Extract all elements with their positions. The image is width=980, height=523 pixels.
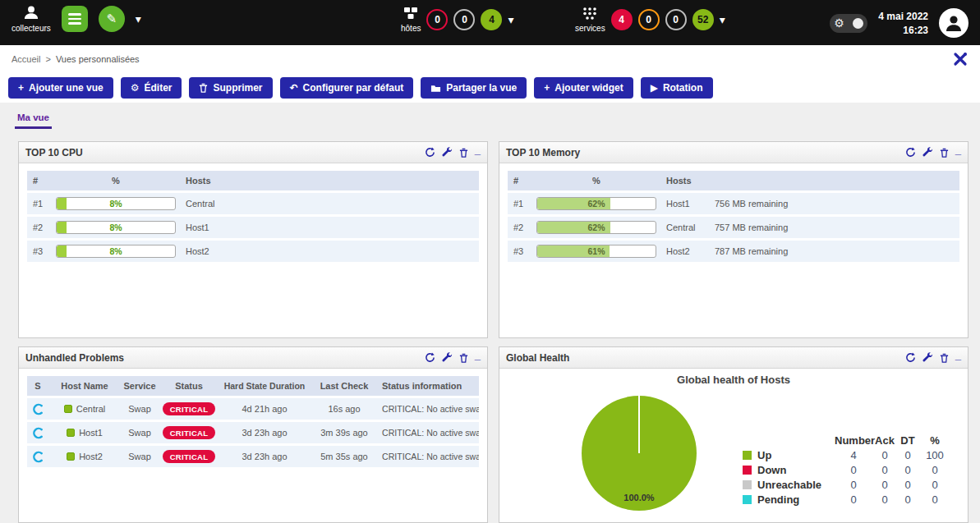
refresh-icon[interactable]	[905, 352, 916, 363]
add-view-button[interactable]: + Ajouter une vue	[8, 77, 113, 99]
host-link[interactable]: Host2	[659, 246, 711, 256]
hosts-down-counter[interactable]: 0	[426, 9, 448, 30]
chart-title: Global health of Hosts	[499, 374, 968, 386]
share-view-button[interactable]: Partager la vue	[421, 77, 527, 99]
chevron-down-icon[interactable]: ▾	[508, 14, 513, 25]
memory-progress-bar: 61%	[536, 245, 656, 258]
refresh-icon[interactable]	[905, 147, 916, 158]
legend-label: Pending	[756, 493, 835, 506]
service-link[interactable]: Swap	[121, 452, 159, 461]
trash-icon[interactable]	[459, 148, 468, 158]
widget-top-cpu: TOP 10 CPU _ # % Hosts #1 8% Central	[18, 141, 488, 338]
chevron-down-icon[interactable]: ▾	[136, 13, 141, 25]
widget-global-health: Global Health _ Global health of Hosts 1…	[499, 346, 968, 523]
hosts-menu[interactable]: hôtes	[401, 7, 421, 33]
set-default-button[interactable]: ↶ Configurer par défaut	[280, 77, 414, 99]
host-link[interactable]: Host1	[79, 428, 103, 438]
tab-my-view[interactable]: Ma vue	[15, 108, 52, 129]
widget-grid: TOP 10 CPU _ # % Hosts #1 8% Central	[0, 129, 980, 523]
host-link[interactable]: Central	[659, 223, 711, 232]
toggle-knob	[853, 18, 863, 29]
poller-icon	[23, 5, 39, 21]
edit-view-button[interactable]: ⚙ Éditer	[121, 77, 182, 99]
host-link[interactable]: Host2	[178, 246, 293, 256]
trash-icon	[199, 83, 208, 93]
user-avatar[interactable]	[939, 8, 968, 38]
breadcrumb-home[interactable]: Accueil	[12, 54, 40, 64]
hosts-unreachable-counter[interactable]: 0	[453, 9, 475, 30]
pie-percentage-label: 100.0%	[623, 493, 655, 502]
host-link[interactable]: Host1	[178, 223, 293, 232]
date-label: 4 mai 2022	[878, 11, 928, 22]
play-icon: ▶	[651, 83, 658, 93]
table-header: # % Hosts	[508, 171, 959, 190]
breadcrumb-separator: >	[45, 54, 50, 64]
legend-label: Down	[756, 464, 835, 476]
settings-toggle[interactable]: ⚙	[830, 14, 867, 33]
trash-icon[interactable]	[459, 353, 468, 363]
cpu-progress-bar: 8%	[56, 245, 176, 258]
breadcrumb: Accueil > Vues personnalisées	[0, 45, 980, 73]
host-link[interactable]: Central	[76, 404, 105, 414]
hosts-health-pie-chart: 100.0%	[579, 393, 699, 513]
pencil-icon: ✎	[107, 11, 117, 26]
legend-unreachable-swatch	[743, 480, 752, 489]
problem-row: Host1 Swap CRITICAL 3d 23h ago 3m 39s ag…	[27, 422, 479, 443]
rotation-button[interactable]: ▶ Rotation	[641, 77, 713, 99]
status-badge: CRITICAL	[163, 402, 216, 415]
poller-list-button[interactable]	[62, 6, 88, 32]
trash-icon[interactable]	[940, 353, 949, 363]
content-area: Ma vue TOP 10 CPU _ # % Hosts	[0, 103, 980, 523]
host-link[interactable]: Central	[178, 199, 293, 209]
minimize-icon[interactable]: _	[955, 144, 961, 156]
cpu-row: #3 8% Host2	[27, 241, 479, 262]
wrench-icon[interactable]	[442, 352, 453, 363]
export-config-button[interactable]: ✎	[99, 6, 125, 32]
refresh-icon[interactable]	[425, 352, 435, 363]
memory-row: #1 62% Host1 756 MB remaining	[508, 193, 959, 214]
tools-icon[interactable]	[952, 51, 968, 67]
add-widget-button[interactable]: + Ajouter widget	[534, 77, 633, 99]
table-header: S Host Name Service Status Hard State Du…	[27, 376, 479, 396]
cpu-row: #2 8% Host1	[27, 217, 479, 238]
hosts-up-counter[interactable]: 4	[481, 9, 502, 30]
host-link[interactable]: Host1	[659, 199, 711, 209]
legend-label: Unreachable	[756, 479, 835, 491]
status-badge: CRITICAL	[163, 426, 216, 439]
services-unknown-counter[interactable]: 0	[665, 9, 687, 30]
legend-down-swatch	[743, 466, 752, 475]
chevron-down-icon[interactable]: ▾	[720, 14, 725, 25]
memory-progress-bar: 62%	[536, 197, 656, 210]
host-link[interactable]: Host2	[79, 452, 103, 461]
undo-icon: ↶	[290, 83, 298, 93]
minimize-icon[interactable]: _	[475, 144, 481, 156]
services-critical-counter[interactable]: 4	[611, 9, 633, 30]
legend-pending-swatch	[743, 495, 752, 504]
service-link[interactable]: Swap	[121, 404, 159, 414]
table-header: # % Hosts	[27, 171, 479, 190]
trash-icon[interactable]	[940, 148, 949, 158]
minimize-icon[interactable]: _	[955, 349, 961, 361]
time-label: 16:23	[903, 25, 928, 36]
wrench-icon[interactable]	[442, 147, 453, 158]
memory-progress-bar: 62%	[536, 221, 656, 234]
user-icon	[945, 14, 963, 32]
services-ok-counter[interactable]: 52	[692, 9, 714, 30]
memory-row: #3 61% Host2 787 MB remaining	[508, 241, 959, 262]
memory-row: #2 62% Central 757 MB remaining	[508, 217, 959, 238]
services-label: services	[575, 24, 605, 33]
memory-remaining: 757 MB remaining	[711, 223, 959, 232]
widget-title: TOP 10 Memory	[506, 147, 580, 158]
delete-view-button[interactable]: Supprimer	[189, 77, 272, 99]
minimize-icon[interactable]: _	[475, 349, 481, 361]
services-icon	[582, 7, 597, 21]
service-link[interactable]: Swap	[121, 428, 159, 438]
cpu-progress-bar: 8%	[56, 197, 176, 210]
wrench-icon[interactable]	[922, 147, 933, 158]
services-warning-counter[interactable]: 0	[638, 9, 660, 30]
collecteurs-menu[interactable]: collecteurs	[12, 5, 51, 33]
widget-title: Unhandled Problems	[25, 352, 124, 364]
services-menu[interactable]: services	[575, 7, 605, 33]
wrench-icon[interactable]	[922, 352, 933, 363]
refresh-icon[interactable]	[425, 147, 435, 158]
